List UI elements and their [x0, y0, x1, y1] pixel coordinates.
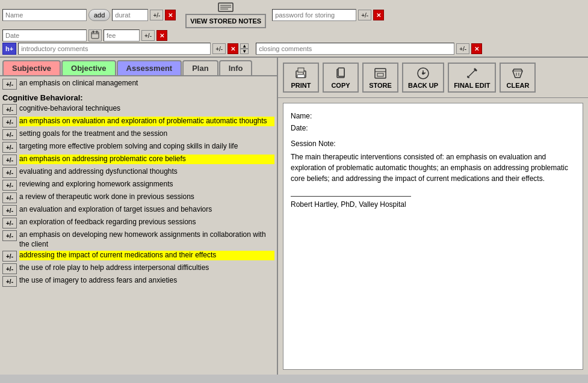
item-14-toggle[interactable]: +/-	[2, 276, 17, 287]
print-button[interactable]: PRINT	[283, 63, 319, 93]
item-7-toggle[interactable]: +/-	[2, 180, 17, 191]
closing-plus-minus[interactable]: +/-	[456, 43, 469, 54]
item-0-toggle[interactable]: +/-	[2, 79, 17, 90]
clear-button[interactable]: CLEAR	[500, 63, 536, 93]
main-content: Subjective Objective Assessment Plan Inf…	[0, 58, 588, 375]
item-3-text: setting goals for the treatment and the …	[19, 129, 274, 139]
password-input[interactable]	[272, 9, 356, 21]
tab-info[interactable]: Info	[219, 60, 253, 75]
view-notes-button[interactable]: VIEW STORED NOTES	[185, 14, 266, 28]
h-plus-button[interactable]: h+	[2, 43, 16, 55]
item-5-toggle[interactable]: +/-	[2, 155, 17, 165]
backup-button[interactable]: BACK UP	[402, 63, 444, 93]
item-11-text: an emphasis on developing new homework a…	[19, 230, 274, 249]
list-item: +/- evaluating and addressing dysfunctio…	[2, 167, 274, 178]
tab-assessment[interactable]: Assessment	[117, 60, 182, 75]
copy-icon	[334, 67, 347, 80]
copy-button[interactable]: COPY	[323, 63, 359, 93]
item-11-toggle[interactable]: +/-	[2, 230, 17, 241]
svg-rect-9	[298, 68, 304, 72]
item-2-toggle[interactable]: +/-	[2, 117, 17, 127]
svg-rect-4	[91, 32, 99, 38]
item-6-text: evaluating and addressing dysfunctional …	[19, 167, 274, 177]
item-8-toggle[interactable]: +/-	[2, 192, 17, 203]
store-button[interactable]: STORE	[362, 63, 398, 93]
intro-plus-minus[interactable]: +/-	[212, 43, 226, 54]
closing-clear[interactable]: ✕	[471, 43, 482, 54]
list-item: +/- an emphasis on clinical management	[2, 79, 274, 90]
item-9-text: an evaluation and exploration of target …	[19, 205, 274, 215]
store-icon	[374, 67, 387, 80]
calendar-icon	[91, 31, 99, 39]
password-plus-minus[interactable]: +/-	[358, 10, 371, 20]
add-button[interactable]: add	[88, 9, 110, 21]
item-12-toggle[interactable]: +/-	[2, 251, 17, 262]
durat-clear[interactable]: ✕	[165, 10, 176, 20]
final-edit-icon	[465, 67, 478, 80]
tab-bar: Subjective Objective Assessment Plan Inf…	[0, 58, 277, 75]
list-item: +/- a review of therapeutic work done in…	[2, 192, 274, 203]
closing-comment-input[interactable]	[256, 43, 454, 55]
intro-comment-input[interactable]	[18, 43, 211, 55]
password-clear[interactable]: ✕	[373, 10, 384, 20]
item-10-toggle[interactable]: +/-	[2, 218, 17, 228]
date-input[interactable]	[2, 29, 87, 41]
tab-objective[interactable]: Objective	[61, 60, 116, 75]
notes-icon	[217, 2, 234, 13]
list-item: +/- reviewing and exploring homework ass…	[2, 180, 274, 191]
fee-input[interactable]	[104, 29, 140, 41]
durat-input[interactable]	[112, 9, 148, 21]
session-note-label: Session Note:	[291, 138, 575, 149]
note-name-line: Name:	[291, 111, 575, 121]
note-preview: Name: Date: Session Note: The main thera…	[283, 103, 583, 370]
left-panel: Subjective Objective Assessment Plan Inf…	[0, 58, 278, 375]
intro-clear[interactable]: ✕	[227, 43, 238, 54]
item-1-toggle[interactable]: +/-	[2, 104, 17, 115]
list-item: +/- an evaluation and exploration of tar…	[2, 205, 274, 216]
durat-plus-minus[interactable]: +/-	[150, 10, 163, 20]
tab-plan[interactable]: Plan	[182, 60, 218, 75]
list-item: +/- an exploration of feedback regarding…	[2, 218, 274, 228]
signature-text: Robert Hartley, PhD, Valley Hospital	[291, 199, 575, 210]
print-icon	[294, 67, 308, 80]
right-panel: PRINT COPY STORE	[278, 58, 588, 375]
item-list: +/- an emphasis on clinical management C…	[0, 75, 277, 375]
item-13-toggle[interactable]: +/-	[2, 263, 17, 274]
fee-clear[interactable]: ✕	[156, 30, 167, 41]
item-3-toggle[interactable]: +/-	[2, 129, 17, 140]
item-2-text: an emphasis on evaluation and exploratio…	[19, 117, 274, 126]
svg-point-11	[303, 73, 304, 74]
svg-point-18	[422, 72, 424, 75]
list-item: +/- the use of imagery to address fears …	[2, 276, 274, 287]
item-4-text: targeting more effective problem solving…	[19, 142, 274, 152]
tab-subjective[interactable]: Subjective	[2, 60, 61, 75]
name-input[interactable]	[2, 9, 87, 21]
list-item: +/- targeting more effective problem sol…	[2, 142, 274, 153]
signature-line	[291, 196, 411, 197]
fee-plus-minus[interactable]: +/-	[141, 30, 155, 41]
item-0-text: an emphasis on clinical management	[19, 79, 274, 88]
svg-rect-10	[297, 75, 305, 78]
list-item: +/- addressing the impact of current med…	[2, 251, 274, 262]
calendar-button[interactable]	[88, 29, 102, 41]
list-item: +/- setting goals for the treatment and …	[2, 129, 274, 140]
item-4-toggle[interactable]: +/-	[2, 142, 17, 153]
section-header-cognitive: Cognitive Behavioral:	[2, 93, 274, 102]
intro-up-arrow[interactable]: ▲	[240, 43, 249, 49]
top-row-3: h+ +/- ✕ ▲ ▼ +/- ✕	[0, 43, 588, 57]
list-item: +/- an emphasis on evaluation and explor…	[2, 117, 274, 127]
svg-line-19	[468, 69, 476, 78]
item-13-text: the use of role play to help address int…	[19, 263, 274, 273]
item-8-text: a review of therapeutic work done in pre…	[19, 192, 274, 202]
note-body: The main therapeutic interventions consi…	[291, 152, 575, 184]
item-6-toggle[interactable]: +/-	[2, 167, 17, 178]
item-7-text: reviewing and exploring homework assignm…	[19, 180, 274, 189]
intro-down-arrow[interactable]: ▼	[240, 49, 249, 54]
final-edit-button[interactable]: FINAL EDIT	[448, 63, 496, 93]
list-item: +/- an emphasis on addressing problemati…	[2, 155, 274, 165]
item-1-text: cognitive-behavioral techniques	[19, 104, 274, 114]
intro-arrows: ▲ ▼	[240, 43, 249, 54]
item-9-toggle[interactable]: +/-	[2, 205, 17, 216]
item-14-text: the use of imagery to address fears and …	[19, 276, 274, 286]
top-row-1: add +/- ✕ VIEW STORED NOTES +/- ✕	[0, 0, 588, 29]
